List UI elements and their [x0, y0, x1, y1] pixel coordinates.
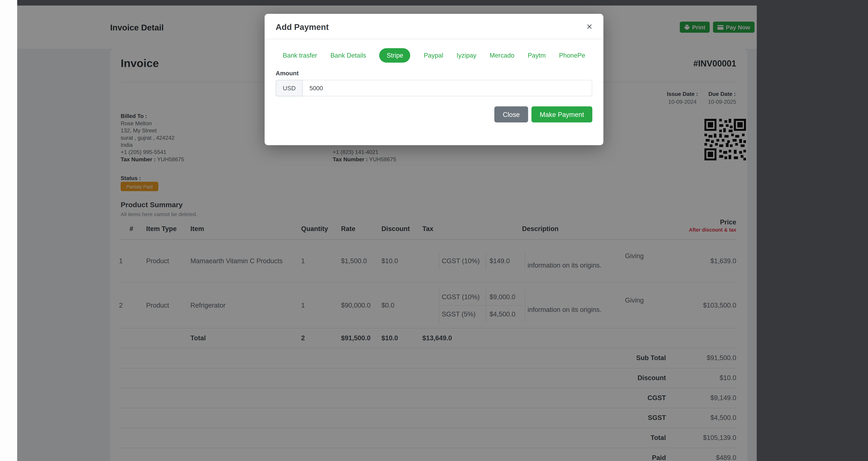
tab-bank-details[interactable]: Bank Details — [331, 52, 366, 59]
tab-stripe[interactable]: Stripe — [379, 48, 410, 63]
tab-iyzipay[interactable]: Iyzipay — [457, 52, 476, 59]
tab-phonepe[interactable]: PhonePe — [559, 52, 585, 59]
make-payment-button[interactable]: Make Payment — [531, 107, 592, 122]
modal-header: Add Payment × — [265, 14, 603, 39]
screen: Invoice Detail Print Pay Now Invoice #IN… — [0, 0, 868, 461]
tab-paytm[interactable]: Paytm — [528, 52, 546, 59]
amount-input-group: USD — [276, 80, 592, 96]
tab-mercado[interactable]: Mercado — [490, 52, 515, 59]
modal-footer: Close Make Payment — [276, 107, 592, 122]
tab-bank-transfer[interactable]: Bank trasfer — [283, 52, 317, 59]
modal-title: Add Payment — [276, 22, 329, 31]
payment-method-tabs: Bank trasfer Bank Details Stripe Paypal … — [265, 48, 603, 63]
tab-paypal[interactable]: Paypal — [424, 52, 443, 59]
amount-input[interactable] — [303, 80, 592, 96]
add-payment-modal: Add Payment × Bank trasfer Bank Details … — [265, 14, 603, 145]
left-rail — [0, 0, 17, 461]
close-icon[interactable]: × — [584, 19, 595, 34]
amount-label: Amount — [276, 70, 603, 76]
close-button[interactable]: Close — [495, 107, 528, 122]
currency-prefix: USD — [276, 80, 303, 96]
